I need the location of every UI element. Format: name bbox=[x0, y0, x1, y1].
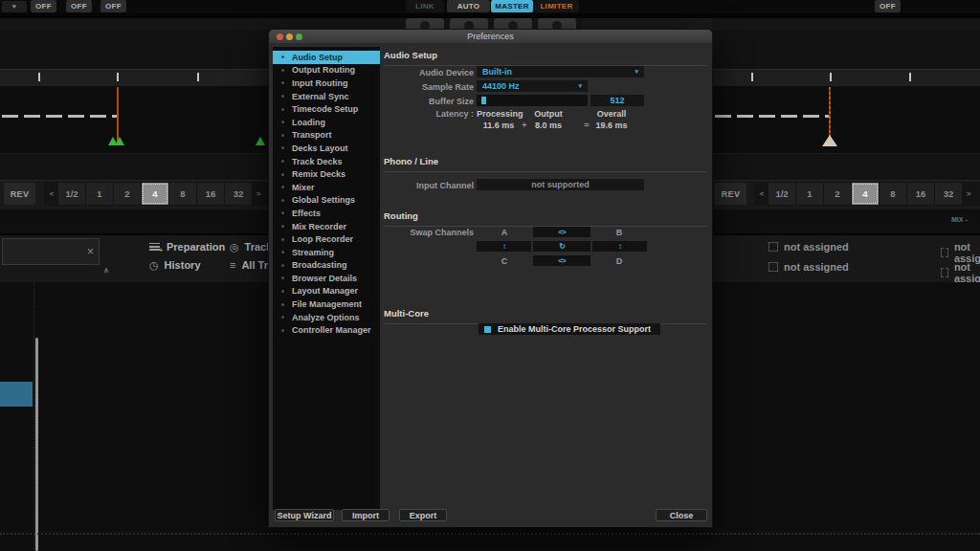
sidebar-item-layout-manager[interactable]: Layout Manager bbox=[273, 285, 380, 298]
sidebar-item-timecode-setup[interactable]: Timecode Setup bbox=[273, 102, 380, 116]
input-channel-label: Input Channel bbox=[384, 181, 474, 190]
sidebar-item-analyze-options[interactable]: Analyze Options bbox=[273, 311, 380, 324]
loop-prev-arrow[interactable]: < bbox=[756, 189, 768, 198]
selected-tree-row[interactable] bbox=[0, 382, 33, 407]
loop-size-button[interactable]: 8 bbox=[169, 183, 196, 205]
favorite-slot-unassigned[interactable]: not assigned bbox=[768, 241, 849, 253]
sidebar-item-history[interactable]: ◷ History bbox=[149, 259, 201, 271]
master-button[interactable]: MASTER bbox=[491, 0, 533, 12]
close-button[interactable]: Close bbox=[656, 509, 707, 521]
window-minimize-button[interactable] bbox=[286, 33, 293, 40]
sample-rate-select[interactable]: 44100 Hz ▾ bbox=[477, 80, 588, 92]
checkbox-checked-icon[interactable] bbox=[484, 326, 491, 333]
loop-size-button[interactable]: 32 bbox=[225, 183, 252, 205]
overall-value: 19.6 ms bbox=[592, 121, 631, 130]
fx3-off-button[interactable]: OFF bbox=[100, 0, 126, 12]
not-assigned-icon bbox=[941, 268, 948, 277]
slider-handle[interactable] bbox=[481, 97, 486, 104]
collapse-icon[interactable]: ∧ bbox=[103, 266, 109, 275]
limiter-button[interactable]: LIMITER bbox=[534, 0, 579, 12]
stripe-tick bbox=[38, 73, 40, 81]
setup-wizard-button[interactable]: Setup Wizard bbox=[275, 509, 334, 521]
swap-ab-button[interactable]: <> bbox=[533, 227, 590, 237]
loop-size-button[interactable]: 16 bbox=[197, 183, 224, 205]
sidebar-item-transport[interactable]: Transport bbox=[273, 129, 380, 143]
link-button[interactable]: LINK bbox=[406, 0, 444, 12]
rev-button-right[interactable]: REV bbox=[715, 183, 746, 205]
swap-cd-button[interactable]: <> bbox=[533, 255, 590, 266]
sidebar-item-output-routing[interactable]: Output Routing bbox=[273, 64, 380, 77]
fx-knob[interactable] bbox=[494, 18, 532, 30]
loop-size-button[interactable]: 2 bbox=[114, 183, 141, 205]
import-button[interactable]: Import bbox=[342, 509, 390, 521]
sidebar-item-mixer[interactable]: Mixer bbox=[273, 181, 380, 194]
buffer-size-slider[interactable] bbox=[477, 95, 588, 106]
buffer-size-value[interactable]: 512 bbox=[590, 95, 644, 106]
sidebar-item-broadcasting[interactable]: Broadcasting bbox=[273, 259, 380, 273]
browser-divider bbox=[33, 282, 34, 551]
sidebar-item-all-tracks[interactable]: ≡ All Tr bbox=[230, 259, 268, 271]
sidebar-item-track-collection[interactable]: ◎ Track bbox=[230, 241, 272, 253]
auto-button[interactable]: AUTO bbox=[447, 0, 490, 12]
fx1-off-button[interactable]: OFF bbox=[31, 0, 56, 12]
horizontal-swap-icon: <> bbox=[558, 228, 565, 236]
sidebar-item-external-sync[interactable]: External Sync bbox=[273, 90, 380, 103]
multicore-checkbox-row[interactable]: Enable Multi-Core Processor Support bbox=[479, 323, 660, 335]
sidebar-item-file-management[interactable]: File Management bbox=[273, 298, 380, 311]
section-header-multi-core: Multi-Core bbox=[384, 308, 706, 324]
swap-diagonal-button[interactable]: ↻ bbox=[533, 241, 590, 252]
sidebar-item-mix-recorder[interactable]: Mix Recorder bbox=[273, 220, 380, 233]
sample-rate-label: Sample Rate bbox=[384, 82, 474, 92]
sidebar-item-global-settings[interactable]: Global Settings bbox=[273, 194, 380, 208]
fx-knob[interactable] bbox=[406, 18, 444, 30]
output-value: 8.0 ms bbox=[529, 121, 568, 130]
loop-next-arrow[interactable]: > bbox=[963, 189, 974, 198]
sidebar-item-remix-decks[interactable]: Remix Decks bbox=[273, 167, 380, 181]
deck-header-panel bbox=[582, 18, 712, 30]
sidebar-item-effects[interactable]: Effects bbox=[273, 207, 380, 220]
sidebar-item-audio-setup[interactable]: Audio Setup bbox=[273, 51, 380, 64]
sidebar-item-decks-layout[interactable]: Decks Layout bbox=[273, 142, 380, 155]
loop-size-button[interactable]: 1 bbox=[796, 183, 823, 205]
loop-size-button[interactable]: 1/2 bbox=[58, 183, 85, 205]
loop-size-button[interactable]: 2 bbox=[824, 183, 851, 205]
channel-a-label: A bbox=[492, 228, 517, 237]
sidebar-item-browser-details[interactable]: Browser Details bbox=[273, 272, 380, 285]
sidebar-item-preparation[interactable]: + Preparation bbox=[149, 241, 225, 253]
fx-knob[interactable] bbox=[538, 18, 576, 30]
scrollbar[interactable] bbox=[35, 338, 38, 551]
deck-size-dropdown[interactable]: ▾ bbox=[2, 1, 27, 12]
loop-size-button-selected[interactable]: 4 bbox=[142, 183, 168, 205]
right-off-button[interactable]: OFF bbox=[875, 0, 901, 12]
sidebar-item-input-routing[interactable]: Input Routing bbox=[273, 77, 380, 90]
swap-bd-button[interactable]: ↕ bbox=[592, 241, 647, 252]
close-icon[interactable]: × bbox=[87, 245, 99, 258]
dialog-titlebar[interactable]: Preferences bbox=[269, 30, 712, 43]
loop-size-button[interactable]: 32 bbox=[935, 183, 962, 205]
favorite-slot-unassigned[interactable]: not assigned bbox=[768, 261, 849, 273]
sidebar-item-loop-recorder[interactable]: Loop Recorder bbox=[273, 232, 380, 246]
loop-next-arrow[interactable]: > bbox=[253, 189, 264, 198]
fx-knob[interactable] bbox=[450, 18, 488, 30]
loop-size-button-selected[interactable]: 4 bbox=[852, 183, 879, 205]
rev-button-left[interactable]: REV bbox=[4, 183, 35, 205]
sidebar-item-loading[interactable]: Loading bbox=[273, 116, 380, 129]
window-zoom-button[interactable] bbox=[296, 33, 302, 40]
favorite-slot-unassigned[interactable]: not assigned bbox=[941, 261, 980, 284]
audio-device-select[interactable]: Built-in ▾ bbox=[477, 66, 644, 77]
loop-size-button[interactable]: 8 bbox=[880, 183, 906, 205]
search-input[interactable] bbox=[3, 244, 87, 260]
swap-ac-button[interactable]: ↕ bbox=[477, 241, 531, 252]
window-close-button[interactable] bbox=[277, 33, 283, 40]
loop-size-button[interactable]: 16 bbox=[907, 183, 934, 205]
sidebar-item-controller-manager[interactable]: Controller Manager bbox=[273, 323, 380, 337]
export-button[interactable]: Export bbox=[399, 509, 447, 521]
loop-prev-arrow[interactable]: < bbox=[46, 189, 57, 198]
cue-marker-icon bbox=[256, 137, 265, 145]
sidebar-item-streaming[interactable]: Streaming bbox=[273, 246, 380, 259]
loop-size-button[interactable]: 1 bbox=[86, 183, 113, 205]
sidebar-item-track-decks[interactable]: Track Decks bbox=[273, 155, 380, 168]
loop-size-button[interactable]: 1/2 bbox=[768, 183, 795, 205]
fx2-off-button[interactable]: OFF bbox=[66, 0, 92, 12]
search-box[interactable]: × bbox=[2, 238, 100, 265]
